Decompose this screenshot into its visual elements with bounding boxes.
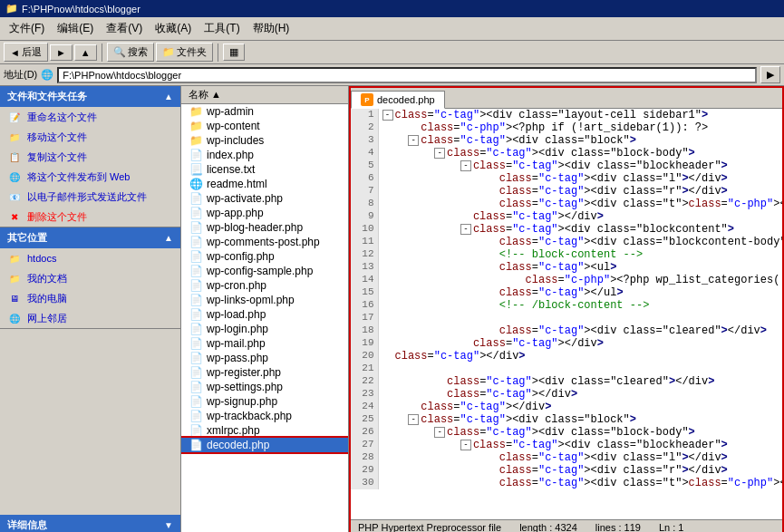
list-item[interactable]: 📄index.php [181,148,348,162]
table-row: 24 class="c-tag"></div> [351,401,782,413]
line-content[interactable]: -class="c-tag"><div class="blockheader"> [378,439,782,451]
menu-tools[interactable]: 工具(T) [198,19,245,38]
line-content[interactable]: -class="c-tag"><div class="blockcontent"… [378,223,782,236]
line-content[interactable]: class="c-tag"></div> [378,350,782,363]
list-item[interactable]: 📁wp-admin [181,104,348,119]
line-content[interactable]: class="c-tag"><div class="l"></div> [378,451,782,464]
list-item[interactable]: 📄wp-cron.php [181,278,348,293]
list-item[interactable]: 📄wp-load.php [181,307,348,322]
menu-edit[interactable]: 编辑(E) [52,19,99,38]
my-computer-task[interactable]: 🖥 我的电脑 [0,288,180,308]
menu-favorites[interactable]: 收藏(A) [150,19,197,38]
details-header[interactable]: 详细信息 ▼ [0,515,180,532]
line-content[interactable]: <!-- /block-content --> [378,299,782,312]
list-item[interactable]: 📄wp-mail.php [181,336,348,351]
email-task[interactable]: 📧 以电子邮件形式发送此文件 [0,187,180,207]
list-item[interactable]: 📄wp-pass.php [181,351,348,365]
line-content[interactable]: class="c-tag"><div class="r"></div> [378,185,782,198]
line-number: 23 [351,388,378,401]
up-button[interactable]: ▲ [74,44,97,61]
list-item[interactable]: 📄xmlrpc.php [181,423,348,438]
line-content[interactable]: -class="c-tag"><div class="layout-cell s… [378,109,782,121]
details-section: 详细信息 ▼ [0,515,180,532]
line-content[interactable]: class="c-tag"><div class="cleared"></div… [378,324,782,337]
menu-file[interactable]: 文件(F) [4,19,50,38]
line-content[interactable]: <!-- block-content --> [378,248,782,261]
list-item[interactable]: 📄wp-links-opml.php [181,293,348,307]
line-content[interactable]: class="c-tag"></div> [378,337,782,350]
list-item[interactable]: 📃license.txt [181,162,348,177]
rename-task[interactable]: 📝 重命名这个文件 [0,107,180,127]
collapse-button[interactable]: - [460,440,471,450]
back-button[interactable]: ◄ 后退 [4,43,48,62]
list-item[interactable]: 📁wp-content [181,119,348,133]
network-task[interactable]: 🌐 网上邻居 [0,308,180,328]
code-area[interactable]: 1-class="c-tag"><div class="layout-cell … [351,109,782,519]
move-task[interactable]: 📁 移动这个文件 [0,127,180,147]
list-item[interactable]: 📄wp-comments-post.php [181,235,348,249]
line-content[interactable]: class="c-tag"></div> [378,388,782,401]
line-content[interactable]: class="c-tag"></div> [378,210,782,223]
line-content[interactable]: -class="c-tag"><div class="block"> [378,134,782,147]
file-name: wp-settings.php [207,381,283,393]
address-input[interactable] [57,67,757,83]
copy-task[interactable]: 📋 复制这个文件 [0,147,180,167]
line-content[interactable]: class="c-tag"><div class="t">class="c-ph… [378,198,782,210]
folders-button[interactable]: 📁 文件夹 [156,43,213,62]
go-button[interactable]: ▶ [760,66,780,83]
delete-task[interactable]: ✖ 删除这个文件 [0,207,180,227]
line-number: 13 [351,261,378,274]
list-item[interactable]: 📄decoded.php [181,438,348,452]
collapse-button[interactable]: - [408,135,419,146]
code-tab[interactable]: P decoded.php [351,91,445,109]
my-docs-task[interactable]: 📁 我的文档 [0,268,180,288]
list-item[interactable]: 📄wp-activate.php [181,191,348,206]
list-item[interactable]: 📁wp-includes [181,133,348,148]
line-content[interactable]: class="c-php"><?php if (!art_sidebar(1))… [378,121,782,134]
list-item[interactable]: 📄wp-signup.php [181,394,348,409]
line-content[interactable]: -class="c-tag"><div class="block"> [378,413,782,426]
collapse-button[interactable]: - [382,110,393,121]
line-content[interactable]: class="c-tag"></ul> [378,286,782,299]
line-content[interactable]: class="c-tag"><div class="cleared"></div… [378,375,782,388]
list-item[interactable]: 📄wp-app.php [181,206,348,220]
collapse-button[interactable]: - [460,160,471,171]
other-locations-header[interactable]: 其它位置 ▲ [0,227,180,248]
list-item[interactable]: 📄wp-blog-header.php [181,220,348,235]
line-content[interactable]: class="c-tag"><ul> [378,261,782,274]
menu-help[interactable]: 帮助(H) [247,19,295,38]
collapse-button[interactable]: - [460,224,471,235]
line-content[interactable] [378,312,782,324]
htdocs-task[interactable]: 📁 htdocs [0,248,180,268]
list-item[interactable]: 📄wp-settings.php [181,380,348,394]
line-content[interactable]: class="c-tag"><div class="blockcontent-b… [378,236,782,248]
line-content[interactable]: class="c-tag"><div class="l"></div> [378,172,782,185]
list-item[interactable]: 📄wp-config-sample.php [181,264,348,278]
collapse-button[interactable]: - [434,148,445,159]
list-item[interactable]: 📄wp-config.php [181,249,348,264]
line-content[interactable]: -class="c-tag"><div class="block-body"> [378,426,782,439]
line-content[interactable] [378,363,782,375]
rename-label: 重命名这个文件 [27,111,97,124]
file-list-column-name[interactable]: 名称 ▲ [189,88,221,102]
collapse-button[interactable]: - [408,414,419,425]
list-item[interactable]: 🌐readme.html [181,177,348,191]
menu-view[interactable]: 查看(V) [101,19,148,38]
collapse-button[interactable]: - [434,427,445,438]
list-item[interactable]: 📄wp-register.php [181,365,348,380]
line-content[interactable]: class="c-tag"><div class="t">class="c-ph… [378,477,782,489]
file-tasks-header[interactable]: 文件和文件夹任务 ▲ [0,86,180,107]
table-row: 3 -class="c-tag"><div class="block"> [351,134,782,147]
line-content[interactable]: -class="c-tag"><div class="blockheader"> [378,160,782,172]
list-item[interactable]: 📄wp-login.php [181,322,348,336]
line-content[interactable]: class="c-tag"></div> [378,401,782,413]
forward-button[interactable]: ► [50,44,73,61]
list-item[interactable]: 📄wp-trackback.php [181,409,348,423]
line-content[interactable]: class="c-php"><?php wp_list_categories('… [378,274,782,286]
views-button[interactable]: ▦ [223,44,245,61]
line-content[interactable]: class="c-tag"><div class="r"></div> [378,464,782,477]
publish-task[interactable]: 🌐 将这个文件发布到 Web [0,167,180,187]
line-content[interactable]: -class="c-tag"><div class="block-body"> [378,147,782,160]
search-button[interactable]: 🔍 搜索 [107,43,154,62]
file-icon: 📁 [189,105,203,118]
